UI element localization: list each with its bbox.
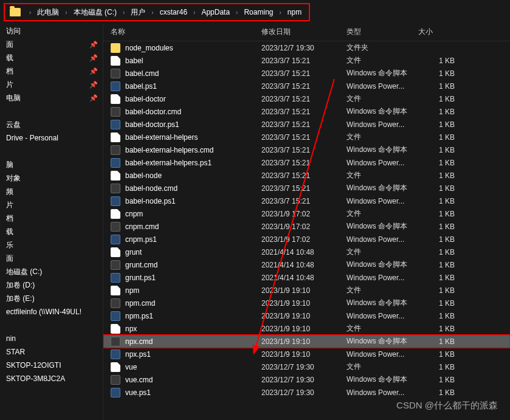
sidebar-item[interactable]: 地磁盘 (C:) — [0, 265, 103, 278]
sidebar-item[interactable]: Drive - Personal — [0, 131, 103, 145]
header-name[interactable]: 名称 — [111, 27, 261, 37]
file-name-cell: npm.ps1 — [111, 311, 261, 321]
file-icon — [111, 247, 120, 257]
file-size: 1 KB — [418, 376, 455, 384]
sidebar-item[interactable]: 档 — [0, 212, 103, 225]
header-type[interactable]: 类型 — [346, 27, 418, 37]
file-row[interactable]: grunt.ps12021/4/14 10:48Windows Power...… — [103, 271, 510, 284]
sidebar-item[interactable]: 频 — [0, 185, 103, 198]
sidebar-item[interactable]: 片 — [0, 198, 103, 212]
file-type: 文件 — [346, 208, 418, 219]
breadcrumb-segment[interactable]: cxstar46 — [157, 8, 190, 16]
sidebar-item-label: SKTOP-3M8JC2A — [6, 374, 65, 383]
sidebar-item[interactable]: 电脑📌 — [0, 91, 103, 105]
file-name: babel-external-helpers.cmd — [125, 146, 213, 154]
sidebar-item[interactable]: 片📌 — [0, 78, 103, 91]
sidebar-item[interactable]: 对象 — [0, 171, 103, 185]
sidebar[interactable]: 访问面📌载📌档📌片📌电脑📌云盘Drive - Personal脑对象频片档载乐面… — [0, 24, 103, 420]
file-row[interactable]: babel.ps12023/3/7 15:21Windows Power...1… — [103, 80, 510, 92]
breadcrumb-segment[interactable]: AppData — [199, 8, 232, 16]
ps1-icon — [111, 120, 120, 129]
file-row[interactable]: babel-doctor.cmd2023/3/7 15:21Windows 命令… — [103, 105, 510, 118]
file-date: 2023/3/7 15:21 — [261, 146, 346, 154]
file-date: 2023/3/7 15:21 — [261, 57, 346, 65]
file-type: Windows Power... — [346, 120, 418, 129]
file-row[interactable]: npm.cmd2023/1/9 19:10Windows 命令脚本1 KB — [103, 297, 510, 309]
file-row[interactable]: babel-external-helpers.cmd2023/3/7 15:21… — [103, 143, 510, 156]
file-type: Windows Power... — [346, 274, 418, 282]
file-row[interactable]: cnpm.cmd2023/1/9 17:02Windows 命令脚本1 KB — [103, 220, 510, 233]
file-row[interactable]: node_modules2023/12/7 19:30文件夹 — [103, 41, 510, 54]
sidebar-item[interactable] — [0, 318, 103, 332]
sidebar-item[interactable]: 面 — [0, 252, 103, 265]
file-row[interactable]: cnpm.ps12023/1/9 17:02Windows Power...1 … — [103, 233, 510, 246]
file-row[interactable]: npx2023/1/9 19:10文件1 KB — [103, 322, 510, 335]
header-size[interactable]: 大小 — [418, 27, 455, 37]
file-row[interactable]: vue.ps12023/12/7 19:30Windows Power...1 … — [103, 386, 510, 399]
file-name: npm — [125, 286, 139, 295]
file-row[interactable]: babel-node.cmd2023/3/7 15:21Windows 命令脚本… — [103, 182, 510, 195]
breadcrumb-segment[interactable]: 本地磁盘 (C:) — [71, 8, 119, 16]
sidebar-item-label: 载 — [6, 227, 13, 237]
breadcrumb[interactable]: › 此电脑›本地磁盘 (C:)›用户›cxstar46›AppData›Roam… — [4, 3, 310, 21]
sidebar-item[interactable]: ectfileinfo (\\WIN-49UL! — [0, 305, 103, 318]
sidebar-item[interactable]: nin — [0, 332, 103, 345]
breadcrumb-segment[interactable]: npm — [285, 8, 304, 16]
file-date: 2023/1/9 19:10 — [261, 350, 346, 359]
file-row[interactable]: babel-doctor2023/3/7 15:21文件1 KB — [103, 92, 510, 105]
file-name-cell: babel.cmd — [111, 69, 261, 78]
file-row[interactable]: babel.cmd2023/3/7 15:21Windows 命令脚本1 KB — [103, 67, 510, 80]
sidebar-item[interactable]: 载📌 — [0, 51, 103, 64]
file-row[interactable]: cnpm2023/1/9 17:02文件1 KB — [103, 207, 510, 220]
file-row[interactable]: vue2023/12/7 19:30文件1 KB — [103, 360, 510, 373]
file-row[interactable]: npx.cmd2023/1/9 19:10Windows 命令脚本1 KB — [103, 335, 510, 348]
file-row[interactable]: npm.ps12023/1/9 19:10Windows Power...1 K… — [103, 309, 510, 322]
breadcrumb-segment[interactable]: Roaming — [241, 8, 275, 16]
pin-icon: 📌 — [89, 94, 98, 102]
file-row[interactable]: npm2023/1/9 19:10文件1 KB — [103, 284, 510, 297]
sidebar-item[interactable]: 档📌 — [0, 64, 103, 78]
sidebar-item[interactable]: 加卷 (E:) — [0, 292, 103, 305]
sidebar-item[interactable] — [0, 105, 103, 118]
sidebar-item[interactable] — [0, 145, 103, 158]
file-row[interactable]: babel-external-helpers.ps12023/3/7 15:21… — [103, 156, 510, 169]
file-row[interactable]: npx.ps12023/1/9 19:10Windows Power...1 K… — [103, 348, 510, 360]
file-date: 2023/3/7 15:21 — [261, 108, 346, 116]
sidebar-item[interactable]: SKTOP-3M8JC2A — [0, 372, 103, 385]
file-type: 文件 — [346, 170, 418, 181]
file-name-cell: babel-external-helpers.cmd — [111, 145, 261, 155]
sidebar-item[interactable]: SKTOP-12OIGTI — [0, 359, 103, 372]
sidebar-item[interactable]: 面📌 — [0, 38, 103, 51]
sidebar-item[interactable]: 载 — [0, 225, 103, 238]
file-size: 1 KB — [418, 210, 455, 218]
file-row[interactable]: grunt.cmd2021/4/14 10:48Windows 命令脚本1 KB — [103, 258, 510, 271]
sidebar-item[interactable]: 乐 — [0, 238, 103, 252]
file-icon — [111, 324, 120, 334]
sidebar-item[interactable]: 访问 — [0, 24, 103, 38]
file-name: babel-external-helpers — [125, 133, 198, 142]
file-name: grunt.ps1 — [125, 274, 156, 282]
file-row[interactable]: babel2023/3/7 15:21文件1 KB — [103, 54, 510, 67]
file-date: 2023/3/7 15:21 — [261, 197, 346, 205]
breadcrumb-segment[interactable]: 用户 — [128, 8, 148, 16]
breadcrumb-segment[interactable]: 此电脑 — [35, 8, 61, 16]
column-headers[interactable]: 名称 修改日期 类型 大小 — [103, 24, 510, 41]
ps1-icon — [111, 388, 120, 398]
file-date: 2023/12/7 19:30 — [261, 44, 346, 52]
file-name-cell: vue.cmd — [111, 375, 261, 385]
file-row[interactable]: babel-node2023/3/7 15:21文件1 KB — [103, 169, 510, 182]
file-row[interactable]: grunt2021/4/14 10:48文件1 KB — [103, 246, 510, 258]
sidebar-item[interactable]: 云盘 — [0, 118, 103, 131]
sidebar-item[interactable]: 脑 — [0, 158, 103, 171]
sidebar-item-label: 电脑 — [6, 93, 21, 103]
file-type: Windows Power... — [346, 197, 418, 205]
file-row[interactable]: babel-node.ps12023/3/7 15:21Windows Powe… — [103, 195, 510, 207]
file-row[interactable]: vue.cmd2023/12/7 19:30Windows 命令脚本1 KB — [103, 373, 510, 386]
file-row[interactable]: babel-doctor.ps12023/3/7 15:21Windows Po… — [103, 118, 510, 131]
sidebar-item[interactable]: STAR — [0, 345, 103, 359]
file-size: 1 KB — [418, 108, 455, 116]
file-name: cnpm.cmd — [125, 222, 159, 231]
sidebar-item[interactable]: 加卷 (D:) — [0, 278, 103, 292]
file-row[interactable]: babel-external-helpers2023/3/7 15:21文件1 … — [103, 131, 510, 143]
header-date[interactable]: 修改日期 — [261, 27, 346, 37]
